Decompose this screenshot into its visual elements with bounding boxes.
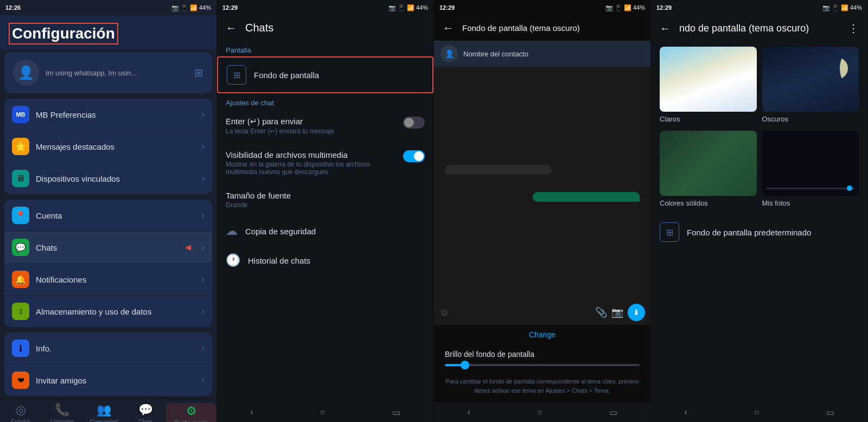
back-button-4[interactable]: ←: [660, 22, 671, 35]
icon-devices: 🖥: [12, 170, 29, 187]
enter-row: Enter (↵) para enviar La tecla Enter (↵)…: [217, 109, 433, 143]
menu-item-info[interactable]: ℹ Info. ›: [4, 333, 212, 365]
menu-item-notificaciones[interactable]: 🔔 Notificaciones ›: [4, 264, 212, 296]
ajustes-section-label: Ajustes de chat: [217, 93, 433, 109]
chat-preview-area: 👤 Nombre del contacto ☺ 📎 📷 ⬇: [434, 41, 650, 325]
mic-button[interactable]: ⬇: [628, 304, 645, 321]
wp-oscuros-container: Oscuros: [762, 47, 859, 125]
status-icons-4: 📷 📱 📶 44%: [822, 4, 862, 11]
menu-item-destacados[interactable]: ⭐ Mensajes destacados ›: [4, 131, 212, 163]
screen-content-2: ← Chats Pantalla ⊞ Fondo de pantalla Aju…: [217, 15, 433, 422]
historial-row[interactable]: 🕐 Historial de chats: [217, 246, 433, 275]
claros-label: Claros: [660, 112, 757, 125]
nav-chats[interactable]: 💬 Chats: [125, 403, 167, 422]
icon-heart: ❤: [12, 372, 29, 389]
android-nav-4: ‹ ○ ▭: [651, 402, 867, 422]
enter-sub: La tecla Enter (↵) enviará tu mensaje: [226, 127, 403, 135]
slider-thumb[interactable]: [461, 361, 469, 369]
panel-wallpaper-options: 12:29 📷 📱 📶 44% ← ndo de pantalla (tema …: [651, 0, 868, 422]
more-options-icon[interactable]: ⋮: [848, 22, 859, 35]
nav-llamadas[interactable]: 📞 Llamadas: [42, 403, 84, 422]
icon-account: 📍: [12, 207, 29, 224]
copia-row[interactable]: ☁ Copia de seguridad: [217, 216, 433, 246]
wp-green-thumb[interactable]: [660, 131, 757, 196]
home-android-btn-3[interactable]: ○: [537, 407, 542, 417]
wp-options-header: ← ndo de pantalla (tema oscuro) ⋮: [651, 15, 867, 41]
menu-item-dispositivos[interactable]: 🖥 Dispositivos vinculados ›: [4, 163, 212, 194]
comunidad-icon: 👥: [97, 403, 111, 417]
chevron-right-icon-8: ›: [202, 343, 205, 353]
profile-row[interactable]: 👤 Im using whatsapp, Im usin... ⊞: [4, 52, 212, 93]
home-android-btn-4[interactable]: ○: [754, 407, 760, 417]
time-4: 12:29: [656, 4, 672, 11]
fotos-label: Mis fotos: [762, 196, 859, 209]
menu-item-mb[interactable]: MB MB Preferencias ›: [4, 99, 212, 131]
status-bar-2: 12:29 📷 📱 📶 44%: [217, 0, 433, 15]
wp-fotos-container: Mis fotos: [762, 131, 859, 209]
recents-android-btn-4[interactable]: ▭: [826, 407, 834, 418]
default-wp-label: Fondo de pantalla predeterminado: [687, 228, 811, 237]
tamano-sub: Grande: [226, 201, 425, 209]
menu-item-chats[interactable]: 💬 Chats ◄ ›: [4, 232, 212, 264]
wp-solidos-container: Colores sólidos: [660, 131, 757, 209]
android-nav-2: ‹ ○ ▭: [217, 402, 433, 422]
default-wallpaper-row[interactable]: ⊞ Fondo de pantalla predeterminado: [651, 215, 867, 250]
back-button-3[interactable]: ←: [443, 22, 454, 34]
backup-icon: ☁: [226, 224, 238, 238]
chat-background: [434, 67, 650, 300]
brightness-slider[interactable]: [445, 364, 640, 366]
wallpaper-grid: Claros Oscuros Colores sólidos Mis fotos: [651, 41, 867, 215]
tamano-row[interactable]: Tamaño de fuente Grande: [217, 183, 433, 216]
icon-storage: ↕: [12, 303, 29, 320]
historial-label: Historial de chats: [248, 256, 310, 265]
wp-night-thumb[interactable]: [762, 47, 859, 112]
recents-android-btn-2[interactable]: ▭: [392, 407, 400, 418]
enter-content: Enter (↵) para enviar La tecla Enter (↵)…: [226, 117, 403, 135]
nav-comunidad[interactable]: 👥 Comunidad: [83, 403, 125, 422]
time-2: 12:29: [222, 4, 238, 11]
camera-icon: 📷: [611, 306, 623, 318]
menu-label-destacados: Mensajes destacados: [36, 142, 195, 151]
back-android-btn-4[interactable]: ‹: [685, 407, 687, 417]
visibilidad-toggle[interactable]: [403, 150, 425, 162]
config-title: Configuración: [9, 23, 118, 44]
enter-toggle[interactable]: [403, 117, 425, 129]
menu-label-almacenamiento: Almacenamiento y uso de datos: [36, 307, 195, 316]
wp-mountains-thumb[interactable]: [660, 47, 757, 112]
status-bar-1: 12:26 📷 📱 📶 44%: [0, 0, 216, 15]
status-bar-4: 12:29 📷 📱 📶 44%: [651, 0, 867, 15]
menu-label-mb: MB Preferencias: [36, 110, 195, 119]
config-header: Configuración: [0, 15, 216, 50]
menu-label-dispositivos: Dispositivos vinculados: [36, 174, 195, 183]
oscuros-label: Oscuros: [762, 112, 859, 125]
back-button-2[interactable]: ←: [226, 22, 237, 34]
icon-info: ℹ: [12, 340, 29, 357]
menu-item-cuenta[interactable]: 📍 Cuenta ›: [4, 200, 212, 232]
wp-claros-container: Claros: [660, 47, 757, 125]
fondo-pantalla-item[interactable]: ⊞ Fondo de pantalla: [217, 56, 433, 93]
emoji-icon: ☺: [439, 307, 449, 318]
nav-estados[interactable]: ◎ Estados: [0, 403, 42, 422]
back-android-btn-3[interactable]: ‹: [468, 407, 470, 417]
chevron-right-icon-2: ›: [202, 142, 205, 151]
menu-item-almacenamiento[interactable]: ↕ Almacenamiento y uso de datos ›: [4, 296, 212, 327]
status-icons-3: 📷 📱 📶 44%: [605, 4, 645, 11]
change-link[interactable]: Change: [434, 325, 650, 344]
menu-section-2: 📍 Cuenta › 💬 Chats ◄ › 🔔 Notificaciones …: [4, 200, 212, 327]
bottom-nav-1: ◎ Estados 📞 Llamadas 👥 Comunidad 💬 Chats…: [0, 398, 216, 422]
nav-configuracion[interactable]: ⚙ Configuración: [166, 403, 216, 422]
enter-title: Enter (↵) para enviar: [226, 117, 403, 126]
recents-android-btn-3[interactable]: ▭: [609, 407, 617, 418]
back-android-btn-2[interactable]: ‹: [251, 407, 253, 417]
visibilidad-content: Visibilidad de archivos multimedia Mostr…: [226, 150, 403, 176]
time-3: 12:29: [439, 4, 455, 11]
wp-dark-thumb[interactable]: [762, 131, 859, 196]
menu-label-chats: Chats: [36, 243, 177, 252]
profile-status: Im using whatsapp, Im usin...: [46, 69, 188, 77]
menu-item-invitar[interactable]: ❤ Invitar amigos ›: [4, 365, 212, 396]
nav-label-chats-tab: Chats: [138, 419, 152, 422]
qr-icon[interactable]: ⊞: [194, 66, 203, 79]
nav-label-configuracion: Configuración: [175, 420, 208, 422]
chats-page-header: ← Chats: [217, 15, 433, 41]
home-android-btn-2[interactable]: ○: [320, 407, 326, 417]
